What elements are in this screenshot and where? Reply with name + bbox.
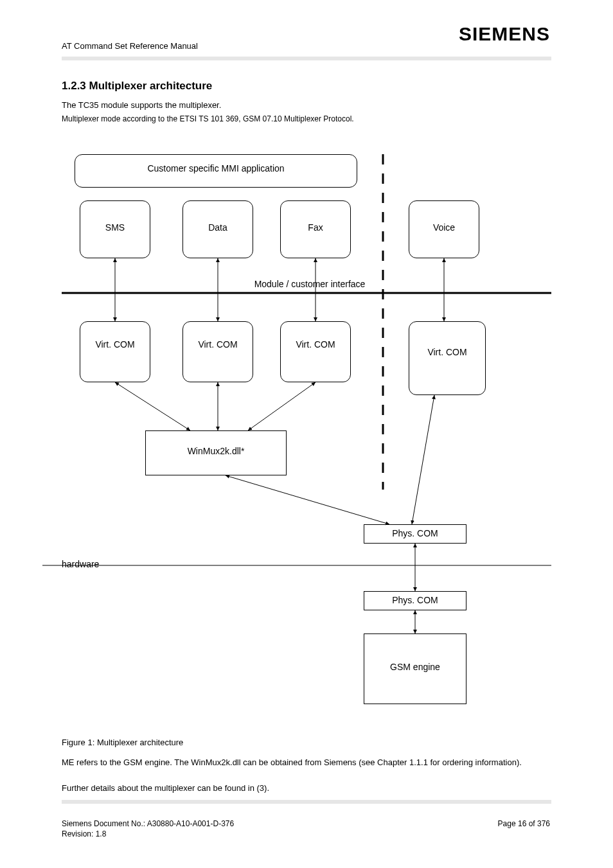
- footer-divider: [62, 800, 551, 804]
- footer-revision: Revision: 1.8: [62, 829, 106, 838]
- footer-doc-no: Siemens Document No.: A30880-A10-A001-D-…: [62, 819, 234, 828]
- diagram-lines: [62, 128, 551, 725]
- figure-caption: Figure 1: Multiplexer architecture: [62, 738, 183, 747]
- svg-line-7: [115, 382, 190, 430]
- paragraph-1: ME refers to the GSM engine. The WinMux2…: [62, 757, 551, 768]
- section-heading: 1.2.3 Multiplexer architecture: [62, 80, 212, 93]
- svg-line-11: [412, 395, 434, 524]
- svg-line-10: [226, 475, 389, 524]
- intro-line: The TC35 module supports the multiplexer…: [62, 100, 221, 110]
- svg-line-9: [248, 382, 315, 430]
- paragraph-2: Further details about the multiplexer ca…: [62, 783, 551, 794]
- header-divider: [62, 57, 551, 60]
- diagram: Customer specific MMI application SMS Da…: [62, 128, 551, 725]
- doc-title: AT Command Set Reference Manual: [62, 41, 198, 51]
- mux-protocol-desc: Multiplexer mode according to the ETSI T…: [62, 114, 354, 123]
- page: SIEMENS AT Command Set Reference Manual …: [0, 0, 613, 868]
- brand-logo: SIEMENS: [459, 23, 550, 45]
- footer-page-no: Page 16 of 376: [498, 819, 550, 828]
